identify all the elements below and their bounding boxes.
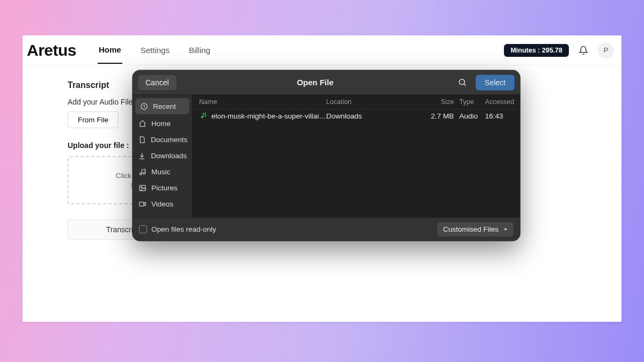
file-filter-dropdown[interactable]: Customised Files (437, 222, 514, 237)
sidebar-item-label: Videos (151, 200, 173, 208)
home-icon (138, 119, 147, 128)
file-type: Audio (454, 112, 482, 120)
main-nav: Home Settings Billing (98, 36, 211, 64)
col-location[interactable]: Location (326, 98, 423, 106)
sidebar-item-documents[interactable]: Documents (133, 131, 192, 147)
cancel-button[interactable]: Cancel (138, 75, 177, 90)
svg-line-1 (464, 84, 465, 85)
svg-point-0 (459, 79, 464, 85)
sidebar-item-label: Pictures (151, 184, 178, 192)
file-accessed: 16:43 (482, 112, 515, 120)
sidebar-item-label: Music (151, 168, 170, 176)
download-icon (138, 151, 146, 160)
file-name: elon-musk-might-be-a-super-villai… (211, 112, 326, 120)
from-file-button[interactable]: From File (68, 112, 119, 128)
svg-rect-7 (139, 202, 143, 206)
search-icon[interactable] (454, 75, 470, 91)
select-button[interactable]: Select (475, 75, 515, 91)
header-right: Minutes : 295.78 P (504, 42, 614, 58)
sidebar-item-videos[interactable]: Videos (133, 196, 192, 212)
dialog-sidebar: Recent Home Documents Downloads Music Pi… (133, 95, 193, 217)
sidebar-item-downloads[interactable]: Downloads (133, 147, 192, 164)
open-file-dialog: Cancel Open File Select Recent Home Docu… (133, 70, 520, 241)
dialog-titlebar: Cancel Open File Select (133, 70, 520, 95)
col-accessed[interactable]: Accessed (482, 98, 515, 106)
dialog-body: Recent Home Documents Downloads Music Pi… (133, 95, 520, 217)
readonly-label: Open files read-only (151, 225, 216, 233)
nav-billing[interactable]: Billing (188, 37, 211, 63)
minutes-badge: Minutes : 295.78 (504, 44, 569, 57)
music-icon (138, 167, 147, 176)
sidebar-item-music[interactable]: Music (133, 164, 192, 180)
notifications-bell-icon[interactable] (576, 43, 590, 57)
nav-home[interactable]: Home (98, 36, 122, 64)
column-headers: Name Location Size Type Accessed (193, 95, 520, 109)
dialog-file-list: Name Location Size Type Accessed elon-mu… (193, 95, 520, 217)
sidebar-item-recent[interactable]: Recent (135, 98, 189, 114)
col-type[interactable]: Type (454, 98, 482, 106)
col-name[interactable]: Name (199, 98, 326, 106)
brand-logo: Aretus (27, 41, 76, 60)
chevron-down-icon (503, 227, 508, 232)
file-row[interactable]: elon-musk-might-be-a-super-villai… Downl… (193, 109, 520, 123)
nav-settings[interactable]: Settings (140, 37, 171, 63)
sidebar-item-pictures[interactable]: Pictures (133, 180, 192, 196)
video-icon (138, 200, 147, 208)
audio-file-icon (199, 112, 207, 120)
file-location: Downloads (326, 112, 423, 120)
sidebar-item-label: Recent (153, 102, 176, 110)
filter-label: Customised Files (443, 225, 499, 233)
dialog-footer: Open files read-only Customised Files (133, 217, 520, 241)
svg-point-8 (205, 115, 207, 117)
col-size[interactable]: Size (423, 98, 454, 106)
file-size: 2.7 MB (423, 112, 454, 120)
sidebar-item-label: Home (151, 120, 171, 128)
user-avatar[interactable]: P (598, 42, 614, 58)
checkbox-icon (139, 225, 147, 233)
app-header: Aretus Home Settings Billing Minutes : 2… (23, 35, 621, 65)
sidebar-item-label: Documents (151, 136, 187, 144)
svg-point-6 (141, 187, 142, 188)
picture-icon (138, 183, 147, 192)
readonly-checkbox[interactable]: Open files read-only (139, 225, 216, 233)
sidebar-item-home[interactable]: Home (133, 115, 192, 131)
sidebar-item-label: Downloads (151, 152, 187, 160)
dialog-title: Open File (182, 78, 449, 87)
clock-icon (140, 102, 148, 110)
document-icon (138, 135, 146, 144)
